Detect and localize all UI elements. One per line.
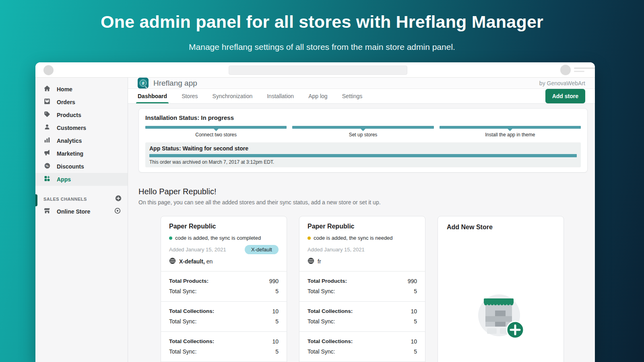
stat-label: Total Collections: [308,337,353,346]
status-dot [308,237,311,240]
store-cards-row: Paper Republic code is added, the sync i… [161,216,588,362]
hreflang-app-icon: # [138,78,149,88]
collections-stats-section: Total Collections:10 Total Sync:5 [299,301,425,331]
sidebar-item-home[interactable]: Home [35,83,128,96]
products-stats-section: Total Products:990 Total Sync:5 [161,271,287,301]
step-connect-two-stores: Connect two stores [145,126,287,138]
products-stats-section: Total Products:990 Total Sync:5 [299,271,425,301]
sidebar: Home Orders Products Customers Analytics… [35,78,128,362]
step-progress-bar [440,126,581,129]
storefront-icon [43,207,51,216]
installation-steps: Connect two stores Set up stores Install… [145,126,581,138]
tab-settings[interactable]: Settings [342,89,363,103]
status-dot [169,237,172,240]
stat-value: 5 [414,348,417,356]
add-channel-icon[interactable] [115,195,122,204]
stat-label: Total Sync: [308,317,335,325]
sidebar-item-label: Home [57,86,72,93]
stat-label: Total Collections: [169,307,214,315]
store-name: Paper Republic [308,223,417,230]
sidebar-item-label: Online Store [57,208,90,215]
avatar [560,65,571,75]
stat-value: 10 [411,307,417,315]
step-label: Connect two stores [145,132,287,138]
sidebar-item-label: Customers [57,125,86,131]
globe-icon [169,257,176,265]
marketing-icon [43,149,51,158]
status-text: code is added, the sync is needed [314,235,393,241]
stat-value: 5 [414,287,417,295]
sidebar-item-marketing[interactable]: Marketing [35,147,128,160]
analytics-icon [43,136,51,145]
stat-label: Total Sync: [169,287,196,295]
stat-label: Total Sync: [308,287,335,295]
globe-icon [308,257,314,265]
hero-subtitle: Manage hreflang settings of all stores f… [0,42,644,52]
app-header: # Hreflang app by GenovaWebArt [128,78,595,89]
hero-banner: One admin panel for all stores with Href… [0,0,644,52]
store-name: Paper Republic [169,223,279,230]
sync-status: code is added, the sync is needed [308,235,417,241]
plus-icon [507,321,524,338]
sidebar-item-label: Orders [57,99,75,105]
svg-text:%: % [45,164,48,168]
avatar [43,65,54,75]
added-date: Added January 15, 2021 [308,247,365,253]
installation-status-title: Installation Status: In progress [145,114,581,121]
add-store-button[interactable]: Add store [545,89,585,103]
add-store-illustration [475,290,526,343]
added-date: Added January 15, 2021 [169,247,226,253]
language-list: fr [318,258,321,265]
stat-value: 990 [408,277,417,285]
step-install-app-in-theme: Install the app in theme [440,126,581,138]
active-item-indicator [35,194,37,206]
tab-stores[interactable]: Stores [182,89,198,103]
eye-icon[interactable] [114,207,121,216]
stat-label: Total Collections: [169,337,214,346]
home-icon [43,85,51,94]
add-new-store-title: Add New Store [447,224,555,231]
sidebar-item-label: Apps [57,176,71,183]
window-topbar [35,62,595,78]
sidebar-item-products[interactable]: Products [35,109,128,121]
user-name-placeholder [574,68,595,69]
greeting-title: Hello Paper Republic! [138,187,588,196]
tab-dashboard[interactable]: Dashboard [138,89,167,103]
store-card: Paper Republic code is added, the sync i… [299,216,425,362]
orders-icon [43,98,51,107]
tab-app-log[interactable]: App log [308,89,327,103]
sales-channels-header: SALES CHANNELS [35,193,128,205]
main-panel: # Hreflang app by GenovaWebArt Dashboard… [128,78,595,362]
sidebar-item-analytics[interactable]: Analytics [35,134,128,147]
stat-label: Total Sync: [308,348,335,356]
x-default-badge: X-default [245,245,279,254]
sidebar-item-label: Analytics [57,138,82,144]
sidebar-item-orders[interactable]: Orders [35,96,128,109]
app-name: Hreflang app [153,79,197,88]
sidebar-item-customers[interactable]: Customers [35,121,128,134]
search-input[interactable] [229,66,407,75]
step-progress-bar [145,126,287,129]
sidebar-item-label: Discounts [57,163,84,170]
sync-status: code is added, the sync is completed [169,235,279,241]
tab-synchronization[interactable]: Synchronization [213,89,253,103]
sidebar-item-discounts[interactable]: % Discounts [35,160,128,173]
languages-row: fr [308,257,417,265]
step-label: Set up stores [292,132,433,138]
step-set-up-stores: Set up stores [292,126,433,138]
stat-value: 5 [414,317,417,325]
tab-installation[interactable]: Installation [267,89,294,103]
greeting-subtitle: On this page, you can see all the added … [138,199,588,206]
sidebar-item-apps[interactable]: Apps [35,173,128,186]
installation-status-card: Installation Status: In progress Connect… [138,108,588,173]
sidebar-item-online-store[interactable]: Online Store [35,205,128,218]
stat-value: 10 [411,337,417,346]
stat-value: 5 [275,348,279,356]
stat-value: 5 [275,287,279,295]
stat-value: 990 [269,277,279,285]
language-list: en [205,258,213,265]
step-label: Install the app in theme [440,132,581,138]
stat-label: Total Products: [308,277,347,285]
sidebar-item-label: Products [57,112,81,118]
add-new-store-card[interactable]: Add New Store [438,216,564,362]
